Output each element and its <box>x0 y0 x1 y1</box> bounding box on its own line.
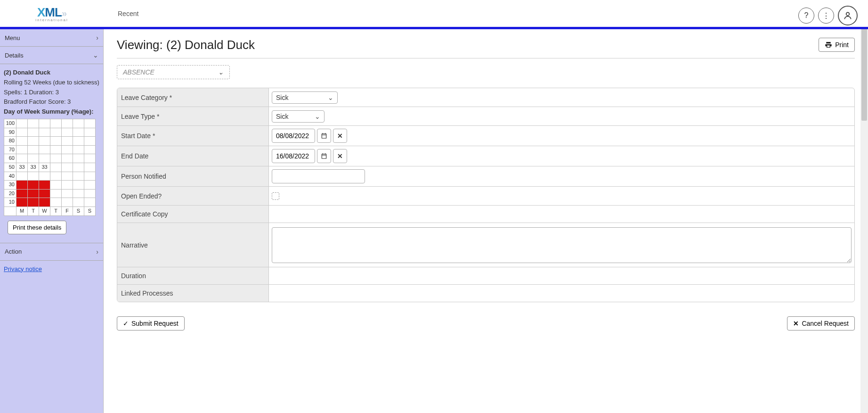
chart-cell <box>50 145 62 154</box>
chart-cell <box>62 119 73 128</box>
start-date-input[interactable] <box>272 129 315 143</box>
chart-cell <box>84 154 96 163</box>
chart-cell <box>39 154 50 163</box>
row-start-date: Start Date * ✕ <box>117 126 854 146</box>
chevron-down-icon: ⌄ <box>328 94 333 101</box>
end-date-picker-button[interactable] <box>317 149 331 163</box>
sidebar-menu-label: Menu <box>5 34 20 41</box>
more-button[interactable]: ⋮ <box>818 8 834 24</box>
logo: XML» international <box>0 0 104 27</box>
chart-cell <box>28 137 39 146</box>
chevron-down-icon: ⌄ <box>315 113 320 120</box>
y-tick: 30 <box>4 181 16 190</box>
chart-cell <box>73 154 84 163</box>
open-ended-checkbox[interactable] <box>272 192 279 200</box>
submit-request-button[interactable]: ✓ Submit Request <box>117 316 185 330</box>
linked-processes-label: Linked Processes <box>117 285 269 302</box>
topbar: XML» international Recent ? ⋮ <box>0 0 868 29</box>
close-icon: ✕ <box>793 320 799 327</box>
x-tick: M <box>16 206 28 215</box>
logo-ml: ML <box>45 5 62 19</box>
person-notified-input[interactable] <box>272 169 365 183</box>
leave-type-label: Leave Type * <box>117 107 269 125</box>
leave-category-value: Sick <box>276 94 288 101</box>
y-tick-blank <box>4 206 16 215</box>
y-tick: 60 <box>4 154 16 163</box>
chart-cell <box>28 119 39 128</box>
print-button-label: Print <box>835 41 849 49</box>
chart-cell <box>28 128 39 137</box>
privacy-notice-link[interactable]: Privacy notice <box>0 261 103 277</box>
chart-cell <box>62 189 73 198</box>
chart-cell <box>84 181 96 190</box>
chart-cell <box>39 137 50 146</box>
row-linked-processes: Linked Processes <box>117 285 854 302</box>
print-details-button[interactable]: Print these details <box>8 221 66 234</box>
chart-cell <box>50 154 62 163</box>
chart-cell <box>73 198 84 207</box>
chart-cell <box>84 189 96 198</box>
chart-cell <box>39 181 50 190</box>
start-date-label: Start Date * <box>117 126 269 146</box>
absence-form: Leave Category * Sick ⌄ Leave Type * Sic… <box>117 88 855 302</box>
view-header: Viewing: (2) Donald Duck Print <box>117 38 855 58</box>
recent-menu[interactable]: Recent <box>118 10 138 17</box>
chart-cell <box>16 119 28 128</box>
chart-cell <box>39 172 50 181</box>
chart-cell <box>84 163 96 172</box>
user-button[interactable] <box>838 6 858 25</box>
sidebar-details-panel: (2) Donald Duck Rolling 52 Weeks (due to… <box>0 64 103 243</box>
chart-cell <box>62 181 73 190</box>
logo-subtext: international <box>35 18 68 22</box>
x-tick: T <box>50 206 62 215</box>
chart-cell <box>62 198 73 207</box>
chart-cell <box>28 154 39 163</box>
y-tick: 50 <box>4 163 16 172</box>
form-actions: ✓ Submit Request ✕ Cancel Request <box>117 316 855 330</box>
print-button[interactable]: Print <box>819 38 855 52</box>
chart-cell <box>62 154 73 163</box>
sidebar: Menu › Details ⌄ (2) Donald Duck Rolling… <box>0 29 104 413</box>
start-date-picker-button[interactable] <box>317 129 331 143</box>
chart-cell <box>62 163 73 172</box>
chart-cell <box>73 119 84 128</box>
duration-label: Duration <box>117 267 269 284</box>
chart-cell <box>28 145 39 154</box>
end-date-label: End Date <box>117 146 269 166</box>
end-date-clear-button[interactable]: ✕ <box>333 149 347 163</box>
section-selector[interactable]: ABSENCE ⌄ <box>117 65 230 79</box>
user-icon <box>843 11 852 20</box>
chart-cell <box>39 198 50 207</box>
chart-cell: 33 <box>39 163 50 172</box>
chart-cell <box>50 119 62 128</box>
cancel-request-button[interactable]: ✕ Cancel Request <box>787 316 855 330</box>
end-date-input[interactable] <box>272 149 315 163</box>
chart-cell <box>84 145 96 154</box>
chart-cell <box>84 137 96 146</box>
sidebar-details-toggle[interactable]: Details ⌄ <box>0 47 103 64</box>
narrative-textarea[interactable] <box>272 227 852 263</box>
help-icon: ? <box>804 11 809 20</box>
leave-type-select[interactable]: Sick ⌄ <box>272 110 324 123</box>
duration-value <box>269 267 854 284</box>
certificate-copy-label: Certificate Copy <box>117 206 269 223</box>
sidebar-menu[interactable]: Menu › <box>0 29 103 47</box>
x-tick: S <box>84 206 96 215</box>
close-icon: ✕ <box>337 152 343 160</box>
chart-cell <box>16 172 28 181</box>
row-duration: Duration <box>117 267 854 285</box>
submit-label: Submit Request <box>131 320 178 327</box>
row-leave-type: Leave Type * Sick ⌄ <box>117 107 854 126</box>
sidebar-action[interactable]: Action › <box>0 243 103 261</box>
rolling-period: Rolling 52 Weeks (due to sickness) <box>4 78 99 88</box>
bradford-score: Bradford Factor Score: 3 <box>4 97 99 107</box>
chart-cell <box>28 189 39 198</box>
x-tick: T <box>28 206 39 215</box>
leave-category-select[interactable]: Sick ⌄ <box>272 91 338 104</box>
chart-cell <box>28 172 39 181</box>
help-button[interactable]: ? <box>798 8 814 24</box>
section-label: ABSENCE <box>123 68 154 76</box>
chevron-right-icon: › <box>96 34 98 41</box>
start-date-clear-button[interactable]: ✕ <box>333 129 347 143</box>
chart-cell <box>73 181 84 190</box>
